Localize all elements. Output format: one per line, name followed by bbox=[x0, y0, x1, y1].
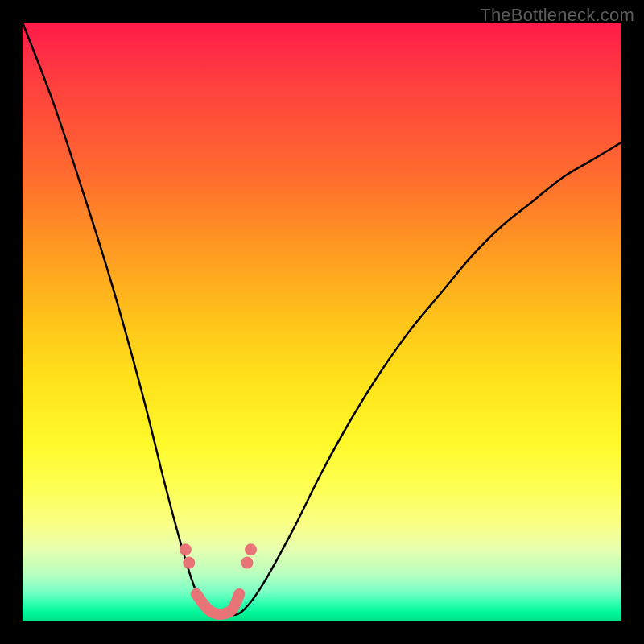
chart-plot-area bbox=[23, 23, 621, 621]
curve-marker-segment bbox=[196, 594, 240, 614]
bottleneck-curve-svg bbox=[23, 23, 621, 621]
curve-marker-dots bbox=[180, 543, 257, 568]
curve-marker-dot bbox=[183, 557, 195, 569]
bottleneck-curve-line bbox=[23, 23, 621, 617]
curve-marker-dot bbox=[242, 557, 254, 569]
curve-marker-dot bbox=[245, 543, 257, 555]
curve-marker-dot bbox=[180, 543, 192, 555]
watermark-text: TheBottleneck.com bbox=[480, 5, 634, 26]
